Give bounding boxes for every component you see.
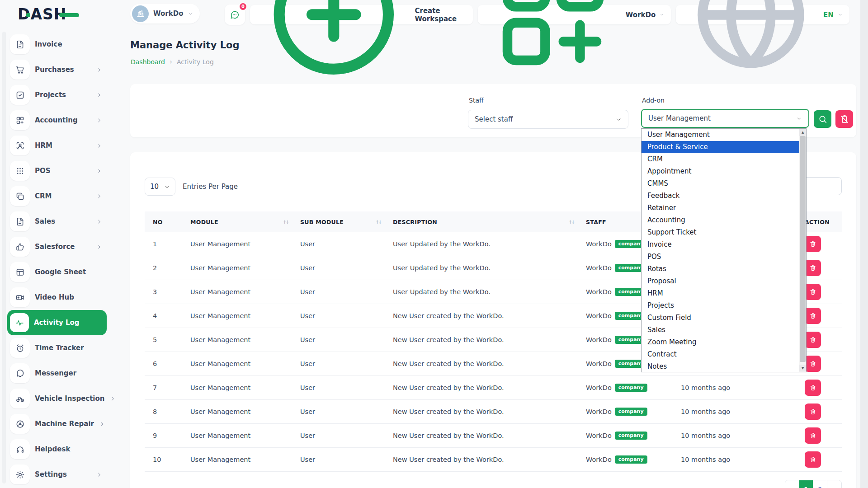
entries-per-page-select[interactable]: 10 [145,178,175,196]
addon-option[interactable]: Feedback [642,190,799,202]
sidebar-item-label: CRM [35,192,52,200]
addon-option[interactable]: Projects [642,300,799,312]
addon-option[interactable]: User Management [642,129,799,141]
sidebar-item-label: Time Tracker [35,344,84,352]
cell-sub: User [293,384,386,391]
sidebar-item-video-hub[interactable]: Video Hub [7,285,107,310]
cart-icon [10,60,30,80]
create-workspace-button[interactable]: Create Workspace [250,5,473,24]
addon-option[interactable]: Zoom Meeting [642,336,799,348]
dropdown-scrollbar-thumb[interactable] [800,136,806,362]
sidebar-item-time-tracker[interactable]: Time Tracker [7,335,107,361]
app-menu-label: WorkDo [626,11,656,19]
sidebar-item-machine-repair[interactable]: Machine Repair [7,411,107,436]
cell-date: 10 months ago [674,384,797,391]
addon-option[interactable]: Rotas [642,263,799,275]
sidebar-item-invoice[interactable]: Invoice [7,32,107,57]
staff-name: WorkDo [586,264,612,272]
cell-date: 10 months ago [674,432,797,439]
addon-option[interactable]: Support Ticket [642,226,799,239]
pagination-page-1[interactable]: 1 [799,480,813,488]
messages-badge: 0 [239,2,247,11]
delete-button[interactable] [805,404,821,420]
addon-option[interactable]: Contract [642,348,799,361]
column-header-label: STAFF [586,219,606,225]
pagination-prev[interactable]: ‹ [785,480,799,488]
addon-option[interactable]: POS [642,251,799,263]
staff-select[interactable]: Select staff [468,110,628,129]
cell-no: 4 [145,312,183,319]
staff-type-badge: company [615,384,647,392]
addon-option[interactable]: Appointment [642,165,799,178]
cell-sub: User [293,312,386,319]
cell-action [797,451,842,468]
breadcrumb-dashboard-link[interactable]: Dashboard [131,58,165,66]
delete-button[interactable] [805,308,821,324]
addon-option[interactable]: CRM [642,153,799,165]
delete-button[interactable] [805,380,821,396]
sidebar-item-salesforce[interactable]: Salesforce [7,234,107,259]
delete-button[interactable] [805,451,821,468]
pagination-next[interactable]: › [827,480,841,488]
addon-option[interactable]: Invoice [642,239,799,251]
sidebar-item-activity-log[interactable]: Activity Log [7,310,107,335]
column-header-label: ACTION [805,219,830,225]
cell-desc: New User created by the WorkDo. [386,456,579,463]
addon-option[interactable]: Sales [642,324,799,336]
sort-icon[interactable]: ↑↓ [375,220,381,225]
sidebar-item-projects[interactable]: Projects [7,82,107,108]
brand-logo: DASH [26,5,79,23]
page-scrollbar[interactable] [860,0,868,488]
column-header-label: NO [153,219,163,225]
delete-button[interactable] [805,332,821,348]
addon-select[interactable]: User Management [641,109,809,128]
sidebar-item-pos[interactable]: POS [7,158,107,183]
sort-icon[interactable]: ↑↓ [283,220,288,225]
sidebar-item-settings[interactable]: Settings [7,462,107,487]
delete-button[interactable] [805,427,821,444]
sidebar-item-purchases[interactable]: Purchases [7,57,107,82]
apply-filter-button[interactable] [814,110,831,128]
cell-no: 2 [145,264,183,272]
language-selector[interactable]: EN [676,5,849,24]
addon-option[interactable]: Proposal [642,275,799,287]
sidebar-item-crm[interactable]: CRM [7,183,107,209]
sort-icon[interactable]: ↑↓ [568,220,574,225]
sidebar-item-accounting[interactable]: Accounting [7,108,107,133]
sidebar-item-sales[interactable]: Sales [7,209,107,234]
addon-option[interactable]: Notes [642,361,799,373]
pagination-page-2[interactable]: 2 [813,480,827,488]
dropdown-scrollbar[interactable]: ▲ ▼ [799,129,806,372]
sidebar-item-google-sheet[interactable]: Google Sheet [7,259,107,285]
delete-button[interactable] [805,284,821,300]
delete-button[interactable] [805,260,821,276]
app-menu-button[interactable]: WorkDo [478,5,671,24]
sidebar-item-helpdesk[interactable]: Helpdesk [7,436,107,462]
sidebar-item-label: Salesforce [35,243,75,251]
chevron-right-icon [96,193,102,199]
addon-option[interactable]: Retainer [642,202,799,214]
addon-option[interactable]: Accounting [642,214,799,226]
addon-option[interactable]: CMMS [642,178,799,190]
column-header-description[interactable]: DESCRIPTION↑↓ [386,219,579,225]
sidebar-item-label: Machine Repair [35,420,94,428]
dots-grid-icon [10,161,30,181]
staff-name: WorkDo [586,384,612,391]
scroll-up-arrow-icon[interactable]: ▲ [799,129,806,136]
sidebar-item-hrm[interactable]: HRM [7,133,107,158]
sidebar-item-vehicle-inspection[interactable]: Vehicle Inspection [7,386,107,411]
messages-button[interactable]: 0 [225,5,245,25]
column-header-module[interactable]: MODULE↑↓ [183,219,293,225]
cell-no: 10 [145,456,183,463]
addon-option[interactable]: Custom Field [642,312,799,324]
addon-option[interactable]: Product & Service [642,141,799,153]
reset-filter-button[interactable] [835,110,853,128]
delete-button[interactable] [805,236,821,252]
user-scan-icon [10,136,30,155]
sidebar-item-messenger[interactable]: Messenger [7,361,107,386]
scroll-down-arrow-icon[interactable]: ▼ [799,365,806,372]
workspace-switcher[interactable]: WorkDo [130,4,200,23]
delete-button[interactable] [805,356,821,372]
column-header-sub-module[interactable]: SUB MODULE↑↓ [293,219,386,225]
addon-option[interactable]: HRM [642,287,799,300]
